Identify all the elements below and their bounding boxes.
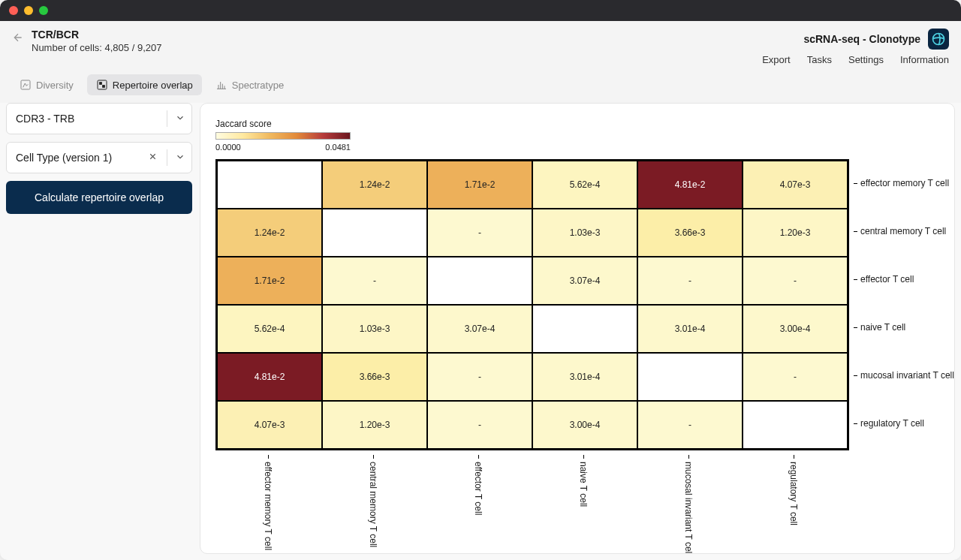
chevron-down-icon bbox=[175, 113, 185, 125]
col-label: mucosal invariant T cell bbox=[636, 455, 741, 554]
tab-label: Diversity bbox=[36, 80, 74, 91]
col-label: regulatory T cell bbox=[741, 455, 846, 554]
legend-min: 0.0000 bbox=[215, 143, 241, 152]
menu-information[interactable]: Information bbox=[900, 54, 949, 65]
back-arrow-icon[interactable] bbox=[12, 32, 24, 46]
window-minimize-icon[interactable] bbox=[24, 6, 33, 15]
window-maximize-icon[interactable] bbox=[39, 6, 48, 15]
heatmap-cell: 5.62e-4 bbox=[532, 161, 637, 209]
heatmap-cell: - bbox=[743, 257, 848, 305]
heatmap-cell: 3.01e-4 bbox=[532, 353, 637, 401]
heatmap-cell bbox=[322, 209, 427, 257]
heatmap-cell: - bbox=[637, 257, 743, 305]
window-titlebar bbox=[0, 0, 961, 21]
heatmap-cell bbox=[637, 353, 743, 401]
select-cell-type[interactable]: Cell Type (version 1) bbox=[6, 142, 192, 173]
col-label: naive T cell bbox=[531, 455, 636, 554]
heatmap-cell: 1.24e-2 bbox=[322, 161, 427, 209]
spectratype-icon bbox=[215, 79, 227, 91]
row-label: regulatory T cell bbox=[854, 399, 954, 447]
svg-point-0 bbox=[933, 34, 944, 45]
heatmap-cell: 1.71e-2 bbox=[427, 161, 532, 209]
col-label: effector T cell bbox=[426, 455, 531, 554]
cell-count-label: Number of cells: 4,805 / 9,207 bbox=[32, 42, 161, 53]
heatmap-cell: - bbox=[637, 401, 743, 449]
row-label: effector T cell bbox=[854, 255, 954, 303]
heatmap-cell: - bbox=[427, 401, 532, 449]
heatmap-cell: 1.71e-2 bbox=[217, 257, 322, 305]
heatmap-cell: 1.03e-3 bbox=[322, 305, 427, 353]
heatmap-grid: 1.24e-21.71e-25.62e-44.81e-24.07e-31.24e… bbox=[215, 159, 849, 450]
heatmap-cell: 3.66e-3 bbox=[322, 353, 427, 401]
select-value: Cell Type (version 1) bbox=[16, 152, 112, 164]
row-label: central memory T cell bbox=[854, 207, 954, 255]
page-title: TCR/BCR bbox=[32, 29, 161, 41]
heatmap-cell bbox=[532, 305, 637, 353]
tab-diversity[interactable]: Diversity bbox=[11, 74, 83, 95]
project-title: scRNA-seq - Clonotype bbox=[803, 33, 920, 45]
row-labels: effector memory T cellcentral memory T c… bbox=[854, 159, 954, 447]
chevron-down-icon bbox=[175, 152, 185, 164]
tab-label: Repertoire overlap bbox=[113, 80, 193, 91]
app-logo-icon bbox=[928, 29, 949, 50]
heatmap-cell: 3.07e-4 bbox=[532, 257, 637, 305]
heatmap-cell: - bbox=[427, 353, 532, 401]
heatmap-cell: - bbox=[427, 209, 532, 257]
heatmap-cell bbox=[217, 161, 322, 209]
window-close-icon[interactable] bbox=[9, 6, 18, 15]
heatmap-cell: 4.81e-2 bbox=[217, 353, 322, 401]
heatmap-cell: 3.66e-3 bbox=[637, 209, 743, 257]
heatmap-cell: 4.07e-3 bbox=[217, 401, 322, 449]
heatmap-cell: - bbox=[743, 353, 848, 401]
legend-gradient bbox=[215, 132, 351, 140]
tab-spectratype[interactable]: Spectratype bbox=[206, 74, 293, 95]
heatmap-cell: 1.20e-3 bbox=[322, 401, 427, 449]
heatmap-cell: 1.20e-3 bbox=[743, 209, 848, 257]
heatmap-cell: 3.07e-4 bbox=[427, 305, 532, 353]
heatmap-cell: 3.00e-4 bbox=[532, 401, 637, 449]
col-label: effector memory T cell bbox=[215, 455, 321, 554]
menu-export[interactable]: Export bbox=[762, 54, 791, 65]
select-value: CDR3 - TRB bbox=[16, 113, 74, 125]
row-label: mucosal invariant T cell bbox=[854, 351, 954, 399]
clear-icon[interactable] bbox=[146, 152, 159, 164]
menu-tasks[interactable]: Tasks bbox=[807, 54, 832, 65]
heatmap-cell: - bbox=[322, 257, 427, 305]
heatmap-cell: 3.00e-4 bbox=[743, 305, 848, 353]
diversity-icon bbox=[20, 79, 32, 91]
svg-rect-2 bbox=[98, 80, 107, 89]
tab-repertoire-overlap[interactable]: Repertoire overlap bbox=[87, 74, 202, 95]
col-label: central memory T cell bbox=[321, 455, 426, 554]
calculate-button[interactable]: Calculate repertoire overlap bbox=[6, 181, 192, 214]
heatmap-cell: 1.03e-3 bbox=[532, 209, 637, 257]
menu-settings[interactable]: Settings bbox=[848, 54, 884, 65]
heatmap-cell: 1.24e-2 bbox=[217, 209, 322, 257]
heatmap-cell: 4.81e-2 bbox=[637, 161, 743, 209]
svg-rect-4 bbox=[103, 86, 105, 88]
heatmap-cell: 5.62e-4 bbox=[217, 305, 322, 353]
legend-max: 0.0481 bbox=[325, 143, 351, 152]
heatmap-cell: 3.01e-4 bbox=[637, 305, 743, 353]
select-cdr3[interactable]: CDR3 - TRB bbox=[6, 103, 192, 134]
tab-label: Spectratype bbox=[232, 80, 284, 91]
svg-rect-3 bbox=[100, 83, 102, 85]
column-labels: effector memory T cellcentral memory T c… bbox=[215, 455, 849, 554]
legend-title: Jaccard score bbox=[215, 119, 942, 129]
overlap-icon bbox=[96, 79, 108, 91]
heatmap-cell: 4.07e-3 bbox=[743, 161, 848, 209]
row-label: naive T cell bbox=[854, 303, 954, 351]
heatmap-cell bbox=[427, 257, 532, 305]
color-legend: Jaccard score 0.0000 0.0481 bbox=[215, 119, 942, 152]
row-label: effector memory T cell bbox=[854, 159, 954, 207]
heatmap-cell bbox=[743, 401, 848, 449]
